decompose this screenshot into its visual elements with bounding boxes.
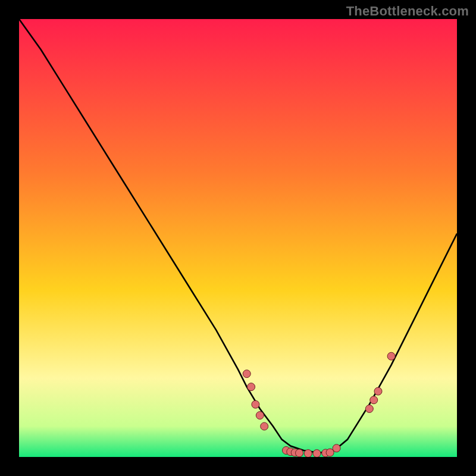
data-point <box>370 396 378 404</box>
gradient-background <box>19 19 457 457</box>
data-point <box>326 449 334 456</box>
bottleneck-chart <box>19 19 457 457</box>
data-point <box>333 444 340 452</box>
data-point <box>243 370 250 378</box>
data-point <box>365 405 373 413</box>
data-point <box>313 450 321 457</box>
data-point <box>256 412 264 419</box>
data-point <box>261 422 268 430</box>
data-point <box>252 400 259 408</box>
data-point <box>248 383 255 391</box>
data-point <box>387 352 395 360</box>
chart-frame <box>19 19 457 457</box>
watermark-text: TheBottleneck.com <box>346 4 469 19</box>
data-point <box>374 387 382 395</box>
data-point <box>296 449 303 457</box>
data-point <box>304 450 312 457</box>
